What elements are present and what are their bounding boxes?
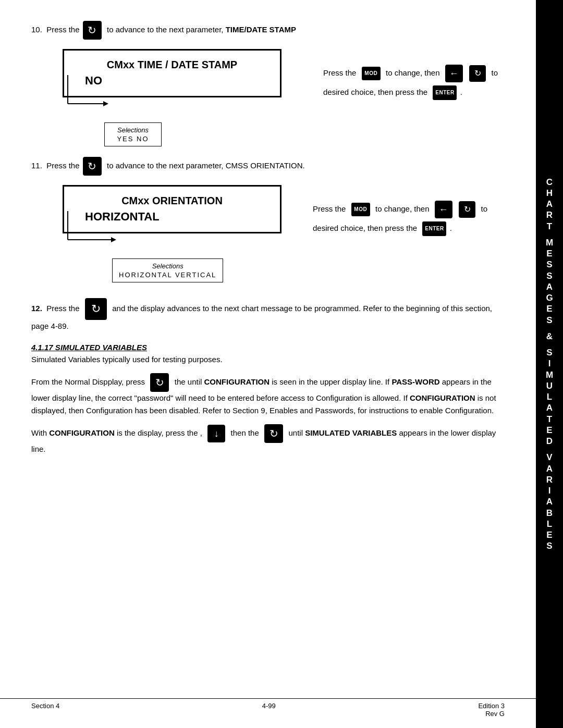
- sidebar-letter-S2: S: [546, 270, 552, 281]
- sidebar-letter-amp: &: [546, 331, 553, 342]
- sidebar-letter-T: T: [547, 221, 552, 232]
- sidebar-letter-A: A: [546, 281, 553, 292]
- sidebar-letter-U: U: [546, 380, 553, 391]
- down-arrow-button[interactable]: ↓: [207, 425, 225, 442]
- sidebar-letter-I: I: [548, 358, 551, 369]
- instruction2-line2: desired choice, then press the ENTER .: [313, 221, 487, 236]
- step-12-number: 12.: [31, 304, 42, 313]
- instruction2-line1: Press the MOD to change, then ← ↻ to: [313, 201, 487, 218]
- time-date-stamp-section: CMxx TIME / DATE STAMP NO Selections YES…: [63, 49, 510, 146]
- mod-button-2[interactable]: MOD: [351, 203, 370, 216]
- selections1-values: YES NO: [117, 135, 149, 143]
- sidebar-letters: C H A R T M E S S A G E S & S I M U L A …: [546, 177, 553, 552]
- selections1-label: Selections: [111, 126, 155, 134]
- section-417-header: 4.1.17 SIMULATED VARIABLES: [31, 343, 510, 352]
- sidebar-letter-A3: A: [546, 463, 553, 474]
- simvars-para-start: With CONFIGURATION is the display, press…: [31, 428, 204, 437]
- footer-center: 4-99: [262, 702, 276, 718]
- config-para-start: From the Normal Dispplay, press: [31, 377, 147, 386]
- sidebar-letter-B: B: [546, 508, 553, 519]
- svg-marker-5: [111, 237, 116, 242]
- sidebar-letter-L2: L: [547, 519, 552, 529]
- sidebar-letter-D: D: [546, 436, 553, 447]
- sidebar-letter-A4: A: [546, 496, 553, 507]
- simvars-para-mid: then the: [228, 428, 261, 437]
- sidebar-letter-A2: A: [546, 402, 553, 413]
- sidebar-letter-L: L: [547, 391, 552, 402]
- instruction1-line2: desired choice, then press the ENTER .: [323, 85, 498, 100]
- rotate-button-2a[interactable]: ↻: [459, 201, 475, 218]
- step-11-para: 11. Press the ↻ to advance to the next p…: [31, 157, 510, 176]
- box2-instructions: Press the MOD to change, then ← ↻ to des…: [313, 185, 487, 239]
- page-footer: Section 4 4-99 Edition 3 Rev G: [0, 698, 536, 718]
- simvars-rotate-button[interactable]: ↻: [264, 424, 283, 443]
- step-10-text: to advance to the next parameter, TIME/D…: [105, 25, 296, 34]
- sidebar-letter-S5: S: [546, 540, 552, 551]
- step-10-number: 10. Press the: [31, 25, 82, 34]
- box1-connector-svg: [57, 75, 151, 112]
- selections1-box: Selections YES NO: [104, 122, 162, 146]
- box2-connector-svg: [57, 211, 162, 248]
- orientation-section: CMxx ORIENTATION HORIZONTAL Selections H…: [63, 185, 510, 282]
- selections2-values: HORIZONTAL VERTICAL: [119, 271, 216, 279]
- sidebar-letter-E4: E: [546, 529, 552, 540]
- sidebar-letter-V: V: [546, 452, 552, 463]
- sidebar-letter-E: E: [546, 248, 552, 259]
- sidebar-letter-H: H: [546, 188, 553, 199]
- section-417-desc: Simulated Variables typically used for t…: [31, 355, 510, 364]
- sidebar-letter-G: G: [546, 292, 553, 303]
- sidebar-letter-R2: R: [546, 474, 553, 485]
- sidebar-letter-M: M: [546, 237, 553, 248]
- box2-title: CMxx ORIENTATION: [80, 195, 264, 207]
- left-arrow-button-1[interactable]: ←: [445, 65, 463, 82]
- sidebar-letter-M2: M: [546, 369, 553, 380]
- footer-left: Section 4: [31, 702, 59, 718]
- advance-button-10[interactable]: ↻: [83, 21, 102, 40]
- sidebar-letter-S3: S: [546, 315, 552, 326]
- simvars-para: With CONFIGURATION is the display, press…: [31, 424, 510, 455]
- sidebar-letter-I2: I: [548, 485, 551, 496]
- box1-instructions: Press the MOD to change, then ← ↻ to des…: [323, 49, 498, 103]
- selections2-box: Selections HORIZONTAL VERTICAL: [112, 258, 223, 282]
- sidebar-letter-A: A: [546, 199, 553, 209]
- selections2-label: Selections: [119, 262, 216, 270]
- sidebar: C H A R T M E S S A G E S & S I M U L A …: [536, 0, 563, 728]
- sidebar-letter-E3: E: [546, 425, 552, 436]
- main-content: 10. Press the ↻ to advance to the next p…: [0, 0, 536, 728]
- instruction1-line1: Press the MOD to change, then ← ↻ to: [323, 65, 498, 82]
- left-arrow-button-2[interactable]: ←: [435, 201, 452, 218]
- step-12-para: 12. Press the ↻ and the display advances…: [31, 298, 510, 332]
- box1-left: CMxx TIME / DATE STAMP NO Selections YES…: [63, 49, 282, 146]
- sidebar-letter-R: R: [546, 209, 553, 220]
- sidebar-letter-E2: E: [546, 303, 552, 314]
- step-10-para: 10. Press the ↻ to advance to the next p…: [31, 21, 510, 40]
- footer-edition: Edition 3: [478, 702, 505, 710]
- rotate-button-1a[interactable]: ↻: [469, 65, 486, 82]
- sidebar-letter-S1: S: [546, 259, 552, 270]
- step-11-text: to advance to the next parameter, CMSS O…: [105, 161, 305, 170]
- step-11-number: 11. Press the: [31, 161, 82, 170]
- sidebar-letter-S4: S: [546, 347, 552, 358]
- advance-button-11[interactable]: ↻: [83, 157, 102, 176]
- svg-marker-2: [103, 101, 108, 106]
- enter-button-1[interactable]: ENTER: [433, 85, 457, 100]
- enter-button-2[interactable]: ENTER: [422, 221, 446, 236]
- box1-title: CMxx TIME / DATE STAMP: [80, 59, 264, 71]
- footer-rev: Rev G: [478, 710, 505, 718]
- sidebar-letter-C: C: [546, 177, 553, 188]
- footer-right: Edition 3 Rev G: [478, 702, 505, 718]
- box2-left: CMxx ORIENTATION HORIZONTAL Selections H…: [63, 185, 282, 282]
- advance-button-12[interactable]: ↻: [85, 298, 107, 320]
- sidebar-letter-T: T: [547, 414, 552, 425]
- page-wrapper: 10. Press the ↻ to advance to the next p…: [0, 0, 563, 728]
- mod-button-1[interactable]: MOD: [362, 67, 381, 80]
- config-advance-button[interactable]: ↻: [150, 373, 169, 392]
- config-para: From the Normal Dispplay, press ↻ the un…: [31, 373, 510, 417]
